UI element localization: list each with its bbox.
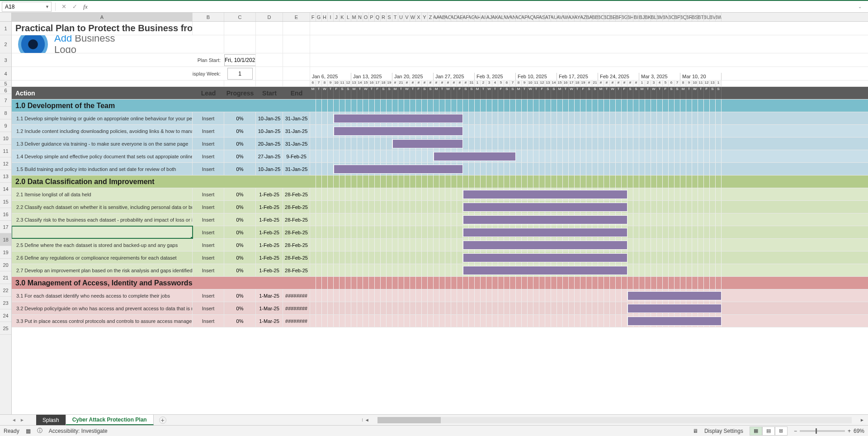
task-lead[interactable]: Insert [193, 302, 224, 314]
col-header[interactable]: AZ [580, 13, 586, 21]
col-header[interactable]: AY [575, 13, 580, 21]
select-all-corner[interactable] [0, 13, 11, 22]
task-end[interactable]: 31-Jan-25 [283, 137, 310, 150]
tab-first-icon[interactable]: ◄ [10, 417, 18, 422]
task-lead[interactable]: Insert [193, 239, 224, 251]
task-end[interactable]: 28-Feb-25 [283, 251, 310, 264]
task-start[interactable]: 1-Feb-25 [256, 201, 283, 213]
col-header[interactable]: J [334, 13, 340, 21]
col-header[interactable]: P [369, 13, 375, 21]
normal-view-button[interactable]: ▦ [750, 427, 762, 436]
row-header[interactable]: 7 [0, 94, 11, 107]
row-header[interactable]: 15 [0, 195, 11, 208]
task-name[interactable]: 2.3 Classify risk to the business each d… [12, 213, 193, 226]
task-lead[interactable]: Insert [193, 188, 224, 200]
col-header[interactable]: D [256, 13, 283, 21]
row-header[interactable]: 20 [0, 259, 11, 271]
row-header[interactable]: 14 [0, 183, 11, 195]
task-row[interactable]: Insert 0% 1-Feb-25 28-Feb-25 [12, 226, 868, 239]
task-row[interactable]: 1.5 Build training and policy into induc… [12, 163, 868, 175]
task-progress[interactable]: 0% [224, 201, 256, 213]
col-header[interactable]: AI [481, 13, 486, 21]
fx-icon[interactable]: fx [81, 2, 90, 11]
scrollbar-track[interactable] [377, 417, 852, 423]
col-header[interactable]: V [404, 13, 410, 21]
zoom-control[interactable]: − + 69% [794, 428, 864, 434]
col-header[interactable]: L [345, 13, 351, 21]
task-progress[interactable]: 0% [224, 264, 256, 276]
task-end[interactable]: 28-Feb-25 [283, 188, 310, 200]
col-header[interactable]: Z [428, 13, 434, 21]
col-header[interactable]: F [310, 13, 316, 21]
task-lead[interactable]: Insert [193, 315, 224, 327]
plan-start-value[interactable]: Fri, 10/1/2025 [224, 54, 256, 66]
task-row[interactable]: 3.2 Develop policy/guide on who has acce… [12, 302, 868, 315]
col-header[interactable]: X [416, 13, 422, 21]
task-end[interactable]: 28-Feb-25 [283, 226, 310, 238]
task-end[interactable]: 31-Jan-25 [283, 125, 310, 137]
col-header[interactable]: B [193, 13, 224, 21]
name-box-dropdown-icon[interactable]: ▼ [45, 5, 49, 9]
macro-icon[interactable]: ▦ [26, 428, 31, 434]
col-header[interactable]: A [12, 13, 193, 21]
row-header[interactable]: 5 [0, 81, 11, 87]
task-progress[interactable]: 0% [224, 125, 256, 137]
task-start[interactable]: 1-Mar-25 [256, 289, 283, 302]
col-header[interactable]: Y [422, 13, 428, 21]
col-header[interactable]: AB [439, 13, 445, 21]
col-header[interactable]: BQ [680, 13, 686, 21]
task-row[interactable]: 2.2 Classify each dataset on whether it … [12, 201, 868, 213]
col-header[interactable]: AD [451, 13, 457, 21]
task-lead[interactable]: Insert [193, 226, 224, 238]
row-header[interactable]: 22 [0, 284, 11, 297]
task-end[interactable]: ######## [283, 315, 310, 327]
scroll-left-icon[interactable]: ◄ [365, 417, 369, 422]
task-name[interactable] [12, 226, 193, 238]
task-end[interactable]: 28-Feb-25 [283, 201, 310, 213]
row-header[interactable]: 16 [0, 208, 11, 221]
task-name[interactable]: 1.4 Develop simple and effective policy … [12, 150, 193, 162]
tab-scroll[interactable]: ◄ ► [0, 415, 36, 425]
task-end[interactable]: 28-Feb-25 [283, 213, 310, 226]
col-header[interactable]: AX [569, 13, 575, 21]
task-start[interactable]: 1-Feb-25 [256, 226, 283, 238]
col-header[interactable]: AO [516, 13, 522, 21]
col-header[interactable]: BD [604, 13, 610, 21]
row-header[interactable]: 3 [0, 53, 11, 67]
col-header[interactable]: N [357, 13, 363, 21]
task-name[interactable]: 2.7 Develop an improvement plan based on… [12, 264, 193, 276]
col-header[interactable]: BS [692, 13, 698, 21]
col-header[interactable]: BM [657, 13, 663, 21]
task-start[interactable]: 10-Jan-25 [256, 125, 283, 137]
page-break-button[interactable]: ⊞ [775, 427, 788, 436]
task-progress[interactable]: 0% [224, 239, 256, 251]
col-header[interactable]: BU [704, 13, 710, 21]
col-header[interactable]: BR [686, 13, 692, 21]
task-end[interactable]: 28-Feb-25 [283, 264, 310, 276]
task-end[interactable]: 28-Feb-25 [283, 239, 310, 251]
row-header[interactable]: 19 [0, 246, 11, 259]
col-header[interactable]: BA [586, 13, 592, 21]
task-start[interactable]: 27-Jan-25 [256, 150, 283, 162]
task-end[interactable]: ######## [283, 302, 310, 314]
task-start[interactable]: 1-Feb-25 [256, 251, 283, 264]
row-header[interactable]: 4 [0, 67, 11, 81]
col-header[interactable]: E [283, 13, 310, 21]
task-end[interactable]: 9-Feb-25 [283, 150, 310, 162]
row-header[interactable]: 17 [0, 221, 11, 233]
task-lead[interactable]: Insert [193, 289, 224, 302]
display-settings[interactable]: Display Settings [704, 428, 743, 434]
task-lead[interactable]: Insert [193, 125, 224, 137]
col-header[interactable]: AL [498, 13, 504, 21]
task-name[interactable]: 3.1 For each dataset identify who needs … [12, 289, 193, 302]
col-header[interactable]: BI [633, 13, 639, 21]
task-start[interactable]: 1-Mar-25 [256, 302, 283, 314]
row-header[interactable]: 2 [0, 35, 11, 53]
task-row[interactable]: 1.2 Include content including downloadin… [12, 125, 868, 137]
col-header[interactable]: BC [598, 13, 604, 21]
task-lead[interactable]: Insert [193, 150, 224, 162]
expand-formula-icon[interactable]: ⌄ [857, 4, 866, 9]
col-header[interactable]: AW [563, 13, 569, 21]
task-row[interactable]: 2.1 Itemise longlist of all data held In… [12, 188, 868, 201]
col-header[interactable]: BL [651, 13, 657, 21]
